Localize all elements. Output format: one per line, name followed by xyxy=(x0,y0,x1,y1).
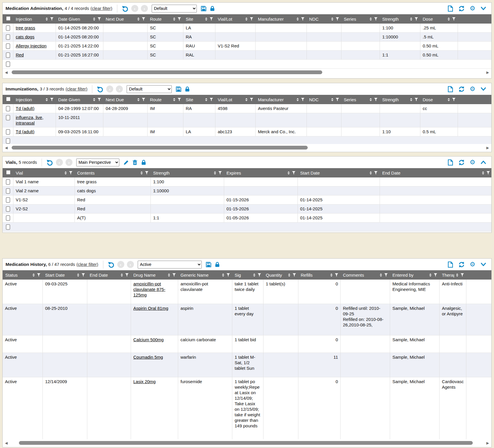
row-checkbox[interactable] xyxy=(6,188,10,194)
prev-button[interactable]: ‹ xyxy=(106,86,113,93)
col-header-status[interactable]: Status xyxy=(3,270,43,280)
sort-icon[interactable] xyxy=(137,97,140,102)
scroll-right-arrow[interactable]: ▶ xyxy=(486,70,489,74)
refresh-icon[interactable] xyxy=(458,159,465,166)
col-header-dose[interactable]: Dose xyxy=(420,14,458,24)
col-header-next-due[interactable]: Next Due xyxy=(103,14,147,24)
col-header-start-date[interactable]: Start Date xyxy=(43,270,87,280)
filter-icon[interactable] xyxy=(50,97,54,102)
horizontal-scrollbar[interactable]: ◀▶ xyxy=(4,440,490,446)
sort-icon[interactable] xyxy=(32,273,36,277)
filter-icon[interactable] xyxy=(374,17,378,21)
record-link[interactable]: Td (adult) xyxy=(16,129,34,134)
sort-icon[interactable] xyxy=(120,273,124,277)
filter-icon[interactable] xyxy=(177,97,181,102)
col-header-manufacturer[interactable]: Manufacturer xyxy=(255,14,307,24)
row-checkbox[interactable] xyxy=(6,52,10,58)
col-header-next-due[interactable]: Next Due xyxy=(103,95,147,104)
row-checkbox[interactable] xyxy=(6,129,10,135)
lock-icon[interactable] xyxy=(209,6,215,12)
select-all-checkbox[interactable] xyxy=(6,170,10,174)
scroll-right-arrow[interactable]: ▶ xyxy=(486,441,489,445)
perspective-select[interactable]: Default xyxy=(127,85,172,93)
prev-button[interactable]: ‹ xyxy=(117,261,124,268)
new-document-icon[interactable] xyxy=(447,159,454,166)
scrollbar-thumb[interactable] xyxy=(19,441,473,445)
filter-icon[interactable] xyxy=(452,17,456,21)
sort-icon[interactable] xyxy=(330,17,334,21)
record-link[interactable]: Lasix 20mg xyxy=(133,379,156,384)
sort-icon[interactable] xyxy=(167,273,171,277)
sort-icon[interactable] xyxy=(369,17,373,21)
chevron-up-icon[interactable] xyxy=(480,159,487,165)
scrollbar-thumb[interactable] xyxy=(12,70,322,74)
filter-icon[interactable] xyxy=(141,97,146,102)
record-link[interactable]: tree grass xyxy=(16,25,35,30)
col-header-comments[interactable]: Comments xyxy=(340,270,390,280)
filter-icon[interactable] xyxy=(249,97,254,102)
sort-icon[interactable] xyxy=(137,17,140,21)
col-header-strength[interactable]: Strength xyxy=(380,14,420,24)
col-header-strength[interactable]: Strength xyxy=(150,168,224,177)
sort-icon[interactable] xyxy=(213,171,217,175)
undo-icon[interactable] xyxy=(108,261,115,268)
filter-icon[interactable] xyxy=(374,171,378,175)
sort-icon[interactable] xyxy=(296,97,300,102)
sort-icon[interactable] xyxy=(447,97,451,102)
filter-icon[interactable] xyxy=(301,17,305,21)
col-header-end-date[interactable]: End Date xyxy=(87,270,131,280)
save-icon[interactable] xyxy=(206,262,212,268)
save-icon[interactable] xyxy=(201,6,207,12)
row-checkbox[interactable] xyxy=(6,138,10,144)
refresh-icon[interactable] xyxy=(458,5,465,12)
col-header-start-date[interactable]: Start Date xyxy=(298,168,380,177)
perspective-select[interactable]: Default xyxy=(152,5,197,13)
refresh-icon[interactable] xyxy=(458,86,465,93)
filter-icon[interactable] xyxy=(414,17,418,21)
record-link[interactable]: cats dogs xyxy=(16,34,34,39)
col-header-date-given[interactable]: Date Given xyxy=(56,95,103,104)
row-checkbox[interactable] xyxy=(6,215,10,221)
undo-icon[interactable] xyxy=(97,86,104,93)
col-header-site[interactable]: Site xyxy=(183,95,215,104)
col-header-ndc[interactable]: NDC xyxy=(307,95,341,104)
filter-icon[interactable] xyxy=(50,17,54,21)
col-header-vial-lot[interactable]: Vial/Lot xyxy=(215,95,255,104)
col-header-series[interactable]: Series xyxy=(341,14,380,24)
row-checkbox[interactable] xyxy=(6,34,10,40)
col-header-site[interactable]: Site xyxy=(183,14,215,24)
row-checkbox[interactable] xyxy=(6,43,10,49)
filter-icon[interactable] xyxy=(249,17,254,21)
filter-icon[interactable] xyxy=(125,273,129,277)
filter-icon[interactable] xyxy=(257,273,261,277)
new-document-icon[interactable] xyxy=(447,261,454,268)
next-button[interactable]: › xyxy=(65,159,72,166)
chevron-down-icon[interactable] xyxy=(480,86,487,92)
select-all-checkbox[interactable] xyxy=(6,97,10,101)
refresh-icon[interactable] xyxy=(458,261,465,268)
sort-icon[interactable] xyxy=(409,97,413,102)
record-link[interactable]: Calcium 500mg xyxy=(133,337,164,342)
sort-icon[interactable] xyxy=(245,97,248,102)
lock-icon[interactable] xyxy=(184,86,190,92)
sort-icon[interactable] xyxy=(172,97,176,102)
filter-icon[interactable] xyxy=(177,17,181,21)
filter-icon[interactable] xyxy=(460,273,464,277)
undo-icon[interactable] xyxy=(122,5,129,12)
col-header-expires[interactable]: Expires xyxy=(224,168,298,177)
next-button[interactable]: › xyxy=(141,5,148,12)
filter-icon[interactable] xyxy=(486,171,490,175)
filter-icon[interactable] xyxy=(81,273,85,277)
row-checkbox[interactable] xyxy=(6,179,10,185)
filter-icon[interactable] xyxy=(226,273,230,277)
filter-icon[interactable] xyxy=(37,273,41,277)
sort-icon[interactable] xyxy=(447,17,451,21)
row-checkbox[interactable] xyxy=(6,197,10,203)
sort-icon[interactable] xyxy=(92,97,96,102)
filter-icon[interactable] xyxy=(172,273,176,277)
col-header-drug-name[interactable]: Drug Name xyxy=(131,270,178,280)
pencil-icon[interactable] xyxy=(123,159,129,166)
filter-icon[interactable] xyxy=(209,17,213,21)
perspective-select[interactable]: Active xyxy=(138,261,202,269)
filter-icon[interactable] xyxy=(384,273,388,277)
